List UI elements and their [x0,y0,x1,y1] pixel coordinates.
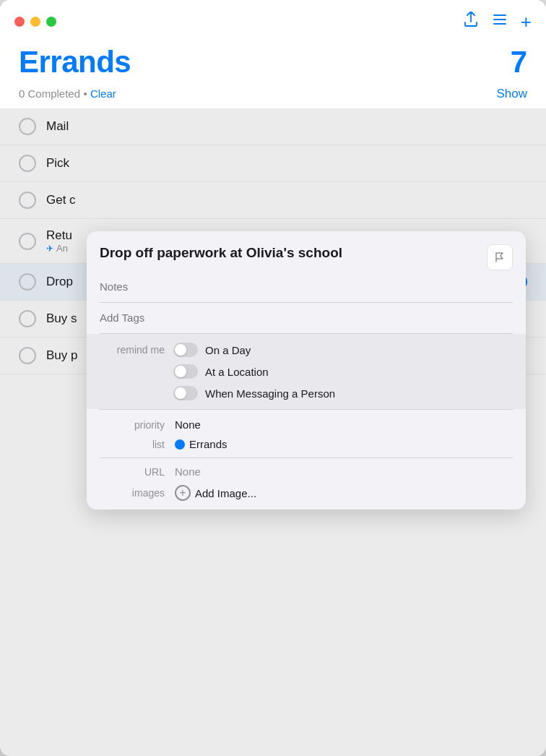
list-label: list [100,439,165,450]
list-value: Errands [189,438,228,450]
dot-separator: • [84,87,90,100]
remind-me-label: remind me [100,344,165,356]
main-window: + Errands 7 0 Completed • Clear Show Mai… [0,0,546,756]
url-label: URL [100,466,165,478]
header: Errands 7 [0,38,546,84]
priority-row: priority None [100,418,513,431]
popup-header: Drop off paperwork at Olivia's school [87,231,526,278]
images-label: images [100,487,165,499]
titlebar: + [0,0,546,38]
remind-row-location: At a Location [100,364,513,379]
completed-text: 0 Completed [19,87,80,100]
url-row: URL None [100,465,513,478]
images-row: images + Add Image... [100,485,513,501]
list-row: list Errands [100,438,513,450]
url-value: None [175,465,201,478]
when-messaging-toggle[interactable] [173,386,198,400]
show-button[interactable]: Show [496,87,527,101]
list-title: Errands [19,45,131,80]
on-a-day-toggle[interactable] [173,343,198,357]
popup-notes-section [87,278,526,302]
remind-me-section: remind me On a Day At a Location When Me… [87,334,526,409]
when-messaging-text: When Messaging a Person [205,387,335,400]
reminders-list: Mail Pick Get c Retu ✈ An Drop [0,108,546,756]
remind-row-messaging: When Messaging a Person [100,386,513,400]
add-image-text: Add Image... [195,487,256,499]
maximize-button[interactable] [46,17,56,27]
priority-value: None [175,418,201,431]
at-location-toggle[interactable] [173,364,198,379]
completed-info: 0 Completed • Clear [19,87,116,100]
list-icon[interactable] [492,12,508,32]
clear-button[interactable]: Clear [90,87,116,100]
tags-input[interactable] [100,312,513,324]
remind-row-day: remind me On a Day [100,343,513,357]
list-dot-icon [175,439,185,450]
add-image-icon: + [175,485,191,501]
list-count: 7 [511,45,527,80]
at-location-text: At a Location [205,366,269,378]
completed-bar: 0 Completed • Clear Show [0,84,546,108]
detail-popup: Drop off paperwork at Olivia's school [87,231,526,510]
popup-title: Drop off paperwork at Olivia's school [100,244,478,262]
close-button[interactable] [14,17,25,27]
detail-divider [100,458,513,458]
titlebar-actions: + [463,12,532,32]
window-controls [14,17,56,27]
flag-button[interactable] [487,244,513,270]
popup-details-section: priority None list Errands URL None i [87,410,526,510]
notes-input[interactable] [100,280,513,293]
on-a-day-text: On a Day [205,344,251,356]
priority-label: priority [100,419,165,431]
share-icon[interactable] [463,12,479,32]
popup-tags-section [87,303,526,333]
add-image-button[interactable]: + Add Image... [175,485,256,501]
add-icon[interactable]: + [521,12,532,31]
minimize-button[interactable] [30,17,40,27]
